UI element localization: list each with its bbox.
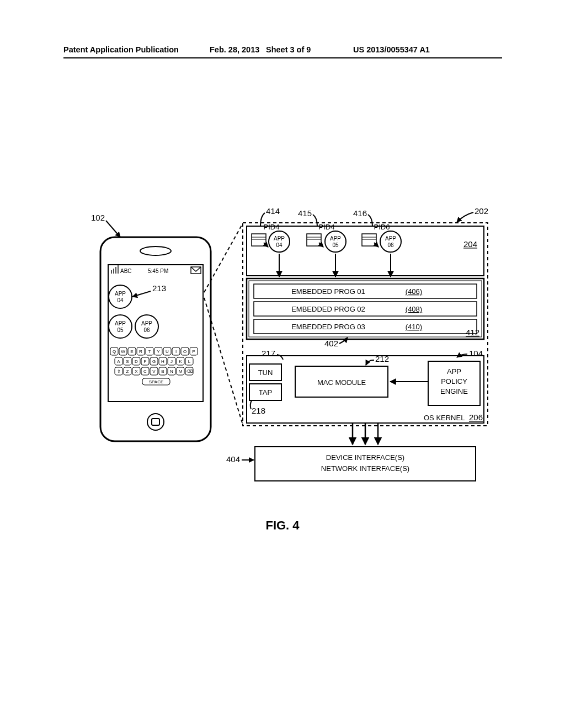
svg-text:APP: APP	[330, 235, 341, 242]
ref-404: 404	[226, 454, 240, 464]
prog02-ref: (408)	[406, 305, 422, 313]
pid6: PID6	[374, 223, 390, 231]
svg-text:M: M	[179, 369, 183, 374]
header-sheet: Sheet 3 of 9	[266, 45, 311, 54]
phone-app05-label-1: APP	[115, 320, 126, 326]
phone-app05-label-2: 05	[117, 327, 124, 333]
svg-rect-112	[255, 447, 476, 481]
svg-rect-72	[152, 419, 159, 425]
phone-app04-label-2: 04	[117, 297, 124, 303]
phone-app06-label-1: APP	[141, 320, 152, 326]
svg-line-0	[106, 221, 120, 237]
ref-217: 217	[262, 349, 275, 358]
svg-text:⌫: ⌫	[186, 369, 193, 374]
dev2: NETWORK INTERFACE(S)	[321, 464, 409, 473]
prog01-ref: (406)	[406, 287, 422, 296]
svg-text:SPACE: SPACE	[149, 379, 164, 384]
svg-text:I: I	[175, 349, 177, 354]
svg-text:G: G	[152, 359, 156, 364]
svg-text:Q: Q	[113, 349, 116, 354]
svg-point-12	[135, 315, 158, 338]
tun: TUN	[258, 368, 273, 377]
prog03-ref: (410)	[406, 323, 422, 331]
svg-point-2	[140, 247, 171, 255]
svg-text:APP: APP	[385, 235, 396, 242]
ref-102: 102	[91, 213, 105, 222]
keyboard: Q W E R T Y U I O P A	[110, 347, 198, 385]
svg-rect-102	[254, 319, 477, 334]
header-publication: Patent Application Publication	[63, 45, 179, 54]
svg-text:04: 04	[276, 242, 282, 248]
svg-text:⇧: ⇧	[117, 369, 121, 374]
svg-text:F: F	[144, 359, 147, 364]
svg-text:R: R	[139, 349, 142, 354]
svg-text:P: P	[192, 349, 195, 354]
carrier-label: ABC	[120, 268, 132, 274]
tap: TAP	[259, 388, 272, 397]
ref-218: 218	[252, 406, 265, 415]
svg-rect-89	[362, 234, 376, 246]
ref-402: 402	[324, 339, 338, 348]
engine1: APP	[447, 367, 461, 376]
svg-text:C: C	[143, 369, 147, 374]
svg-rect-77	[252, 234, 266, 246]
ref-204: 204	[463, 239, 477, 249]
svg-text:APP: APP	[274, 235, 285, 242]
svg-text:H: H	[161, 359, 164, 364]
svg-point-9	[109, 285, 132, 308]
figure-diagram: 102 ABC 5:45 PM APP 04 213 APP	[77, 204, 497, 502]
svg-text:05: 05	[332, 242, 339, 248]
svg-text:K: K	[179, 359, 182, 364]
ref-104: 104	[469, 349, 483, 358]
svg-text:T: T	[148, 349, 151, 354]
ref-415: 415	[298, 208, 312, 218]
kernel-label: OS KERNEL	[424, 414, 465, 422]
app05-window-icon	[307, 234, 323, 247]
svg-text:J: J	[170, 359, 173, 364]
pid4a: PID4	[264, 223, 280, 231]
svg-text:A: A	[117, 359, 120, 364]
ref-213: 213	[152, 283, 166, 293]
figure-label: FIG. 4	[0, 518, 565, 533]
svg-rect-99	[249, 281, 482, 337]
time-label: 5:45 PM	[148, 268, 168, 274]
svg-text:E: E	[130, 349, 133, 354]
app06-window-icon	[362, 234, 379, 247]
svg-point-80	[269, 231, 290, 252]
svg-point-86	[325, 231, 346, 252]
app04-window-icon	[252, 234, 268, 247]
prog02: EMBEDDED PROG 02	[291, 305, 365, 313]
svg-text:D: D	[135, 359, 138, 364]
ref-412: 412	[466, 328, 479, 337]
svg-text:W: W	[121, 349, 125, 354]
svg-text:L: L	[188, 359, 191, 364]
svg-text:S: S	[126, 359, 129, 364]
dev1: DEVICE INTERFACE(S)	[326, 453, 404, 462]
page-header: Patent Application Publication Feb. 28, …	[0, 45, 565, 55]
ref-212: 212	[375, 354, 389, 363]
engine2: POLICY	[441, 377, 467, 386]
mail-icon	[191, 267, 201, 274]
page: Patent Application Publication Feb. 28, …	[0, 0, 565, 728]
mac-module: MAC MODULE	[317, 378, 366, 387]
svg-text:B: B	[161, 369, 164, 374]
svg-text:U: U	[166, 349, 169, 354]
svg-text:O: O	[183, 349, 186, 354]
engine3: ENGINE	[440, 387, 468, 395]
svg-point-71	[147, 414, 164, 430]
svg-text:X: X	[135, 369, 138, 374]
svg-text:V: V	[152, 369, 156, 374]
header-pubno: US 2013/0055347 A1	[353, 45, 430, 54]
svg-point-92	[380, 231, 401, 252]
header-separator	[63, 57, 502, 58]
svg-line-10	[132, 291, 151, 297]
prog03: EMBEDDED PROG 03	[291, 323, 365, 331]
svg-rect-100	[254, 284, 477, 298]
pid4b: PID4	[319, 223, 335, 231]
svg-text:Y: Y	[157, 349, 160, 354]
ref-202: 202	[475, 206, 488, 216]
svg-text:06: 06	[387, 242, 394, 248]
prog01: EMBEDDED PROG 01	[291, 287, 365, 296]
svg-rect-101	[254, 302, 477, 316]
ref-414: 414	[266, 206, 280, 216]
